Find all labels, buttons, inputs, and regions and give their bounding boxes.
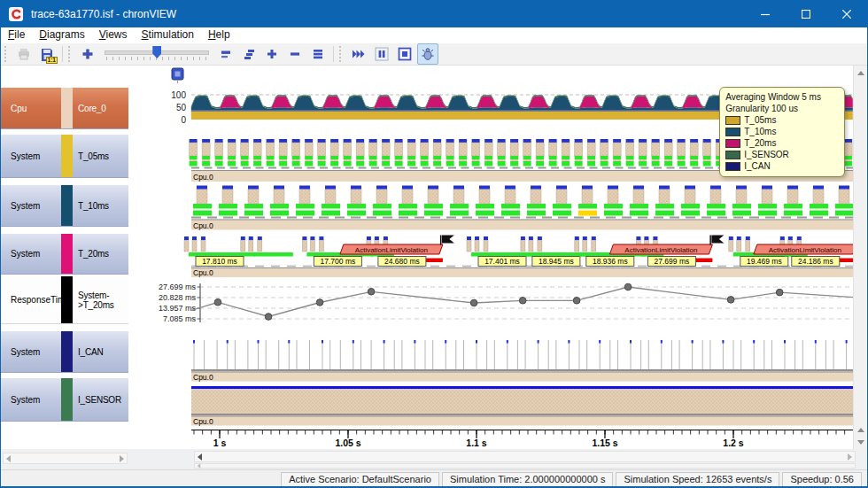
scroll-right-icon[interactable] [848, 453, 852, 461]
toolbar: 1:1 [1, 43, 867, 66]
app-icon [9, 7, 23, 21]
vertical-scrollbar[interactable] [853, 66, 867, 449]
legend-label: T_10ms [744, 126, 776, 137]
zoom-in-icon [81, 47, 95, 61]
svg-text:17.401 ms: 17.401 ms [484, 257, 520, 266]
legend-granularity: Granularity 100 us [725, 103, 839, 114]
minimize-button[interactable] [745, 1, 786, 27]
track-t20ms[interactable]: 17.810 ms17.700 ms24.680 msActivationLim… [184, 236, 853, 278]
svg-text:1.15 s: 1.15 s [593, 438, 618, 448]
svg-text:ActivationLimitViolation: ActivationLimitViolation [769, 246, 841, 254]
row-color-strip [61, 234, 73, 274]
legend-swatch [725, 139, 740, 148]
row-type-label: ResponseTime [1, 276, 61, 323]
svg-text:ActivationLimitViolation: ActivationLimitViolation [355, 246, 428, 254]
secondary-horizontal-scrollbar[interactable] [194, 463, 856, 469]
row-header-panel: CpuCore_0SystemT_05msSystemT_10msSystemT… [1, 66, 127, 449]
sidebar-row-t_20ms[interactable]: SystemT_20ms [1, 234, 128, 275]
main-area: CpuCore_0SystemT_05msSystemT_10msSystemT… [1, 66, 867, 449]
track-i-sensor[interactable]: Cpu.0 [191, 386, 853, 426]
run-button[interactable] [348, 43, 369, 65]
status-simulation-time: Simulation Time: 2.000000000000 s [442, 472, 614, 487]
svg-text:19.469 ms: 19.469 ms [747, 257, 782, 266]
menu-diagrams[interactable]: Diagrams [32, 27, 91, 43]
svg-text:17.810 ms: 17.810 ms [202, 257, 237, 266]
sidebar-row-core_0[interactable]: CpuCore_0 [1, 88, 128, 129]
scroll-left-icon[interactable] [198, 453, 202, 461]
chart-horizontal-scrollbar[interactable] [194, 451, 856, 462]
pointer-mode-button[interactable] [417, 43, 438, 65]
legend-item-i_can: I_CAN [725, 160, 839, 172]
scroll-down-icon[interactable] [854, 436, 867, 448]
row-color-strip [61, 378, 73, 421]
pause-icon [375, 47, 389, 61]
add-item-icon [265, 47, 279, 61]
legend-item-t_05ms: T_05ms [725, 114, 839, 126]
legend-label: T_20ms [744, 137, 776, 149]
menu-views[interactable]: Views [92, 27, 135, 43]
svg-text:13.957 ms: 13.957 ms [159, 304, 197, 313]
legend-swatch [725, 151, 740, 159]
save-scale-button[interactable]: 1:1 [36, 43, 58, 65]
svg-text:18.945 ms: 18.945 ms [539, 257, 574, 266]
legend-item-t_20ms: T_20ms [725, 137, 839, 149]
row-name-label: Core_0 [73, 88, 128, 128]
menu-file[interactable]: File [1, 27, 32, 43]
scroll-up-icon[interactable] [854, 423, 867, 436]
cpu-load-legend: Averaging Window 5 ms Granularity 100 us… [719, 87, 845, 177]
row-type-label: System [1, 331, 61, 372]
stop-icon [398, 47, 412, 61]
status-speedup: Speedup: 0.56 [782, 472, 862, 487]
row-color-strip [61, 331, 73, 372]
title-bar[interactable]: trace-63a1770.isf - chronVIEW [1, 1, 867, 27]
add-item-button[interactable] [261, 43, 283, 65]
menu-help[interactable]: Help [201, 27, 237, 43]
track-i-can[interactable]: Cpu.0 [191, 340, 853, 382]
sidebar-row-t_10ms[interactable]: SystemT_10ms [1, 185, 128, 227]
collapse-row-button[interactable] [215, 43, 236, 65]
row-name-label: I_SENSOR [73, 378, 128, 421]
zoom-slider[interactable] [105, 45, 209, 63]
toolbar-separator [62, 46, 63, 62]
svg-text:1.2 s: 1.2 s [724, 438, 745, 448]
row-color-strip [61, 88, 73, 128]
remove-item-button[interactable] [284, 43, 306, 65]
scroll-up-icon[interactable] [854, 66, 867, 79]
stop-button[interactable] [394, 43, 415, 65]
scroll-right-icon[interactable] [120, 455, 124, 462]
legend-swatch [725, 162, 740, 171]
scroll-left-icon[interactable] [198, 463, 201, 469]
print-button[interactable] [13, 43, 35, 65]
sidebar-row-i_can[interactable]: SystemI_CAN [1, 331, 128, 373]
row-list-icon [311, 47, 325, 61]
row-list-button[interactable] [307, 43, 329, 65]
zoom-in-button[interactable] [77, 43, 98, 65]
marker-flag-icon[interactable] [172, 68, 183, 83]
menu-stimulation[interactable]: Stimulation [135, 27, 201, 43]
maximize-button[interactable] [786, 1, 826, 27]
track-t10ms[interactable]: Cpu.0 [191, 186, 853, 230]
svg-text:24.680 ms: 24.680 ms [384, 257, 420, 266]
row-name-label: T_05ms [73, 135, 128, 177]
legend-averaging-window: Averaging Window 5 ms [725, 91, 839, 103]
expand-steps-button[interactable] [238, 43, 260, 65]
legend-label: I_CAN [744, 160, 770, 172]
track-response-time[interactable]: 27.699 ms20.828 ms13.957 ms7.085 ms [159, 283, 853, 323]
sidebar-row-i_sensor[interactable]: SystemI_SENSOR [1, 378, 128, 422]
legend-label: T_05ms [744, 114, 776, 126]
legend-swatch [725, 116, 740, 125]
svg-text:27.699 ms: 27.699 ms [655, 257, 690, 266]
pause-button[interactable] [371, 43, 392, 65]
sidebar-row-t_05ms[interactable]: SystemT_05ms [1, 135, 128, 178]
svg-text:7.085 ms: 7.085 ms [163, 314, 197, 323]
scroll-left-icon[interactable] [6, 455, 11, 462]
row-type-label: System [1, 234, 61, 274]
close-button[interactable] [826, 1, 867, 27]
row-name-label: T_20ms [73, 234, 128, 274]
horizontal-scroll-area [1, 449, 867, 469]
sidebar-row-system->t_20ms[interactable]: ResponseTimeSystem->T_20ms [1, 276, 128, 324]
sidebar-horizontal-scrollbar[interactable] [3, 453, 128, 464]
svg-text:ActivationLimitViolation: ActivationLimitViolation [625, 246, 698, 254]
row-type-label: System [1, 185, 61, 226]
row-type-label: System [1, 135, 61, 177]
